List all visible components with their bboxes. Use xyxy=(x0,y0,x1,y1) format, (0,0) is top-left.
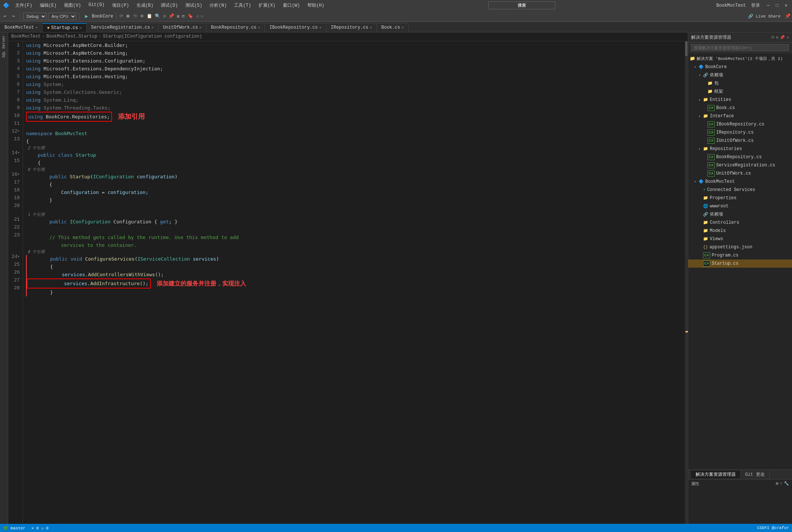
minimize-btn[interactable]: ─ xyxy=(765,3,771,9)
menu-item[interactable]: 视图(V) xyxy=(61,1,84,9)
app-container: 🔷 文件(F)编辑(E)视图(V)Git(G)项目(P)生成(B)调试(D)测试… xyxy=(0,0,792,532)
tree-item-dep1[interactable]: ▾ 🔗 依赖项 xyxy=(688,71,792,79)
tab-close-btn[interactable]: ✕ xyxy=(35,25,38,30)
tree-item-irepo[interactable]: C# IRepository.cs xyxy=(688,128,792,137)
editor-tab[interactable]: IBookRepository.cs✕ xyxy=(265,23,326,32)
line-number: 18 xyxy=(10,186,20,194)
tab-close-btn[interactable]: ✕ xyxy=(258,25,260,30)
menu-item[interactable]: Git(G) xyxy=(86,1,108,9)
tab-solution-explorer[interactable]: 解决方案资源管理器 xyxy=(691,471,741,478)
login-btn[interactable]: 登录 xyxy=(749,1,762,9)
editor-content[interactable]: 123456789101112▾1314▾1516▾17181920212223… xyxy=(8,41,688,524)
editor-tab[interactable]: UnitOfWork.cs✕ xyxy=(159,23,207,32)
tree-item-servicereg[interactable]: C# ServiceRegistration.cs xyxy=(688,161,792,169)
tree-item-properties[interactable]: 📁 Properties xyxy=(688,194,792,202)
right-panel-bottom-tabs: 解决方案资源管理器 Git 更改 xyxy=(688,469,792,479)
editor-tab[interactable]: ServiceRegistration.cs✕ xyxy=(87,23,159,32)
editor-tab[interactable]: IRepository.cs✕ xyxy=(326,23,377,32)
scroll-indicator[interactable] xyxy=(685,41,688,524)
run-btn[interactable]: ▶ xyxy=(83,12,90,20)
scroll-thumb[interactable] xyxy=(685,41,687,56)
tab-close-btn[interactable]: ✕ xyxy=(370,25,372,30)
debug-mode-dropdown[interactable]: Debug xyxy=(23,13,47,20)
tree-item-frameworks[interactable]: 📁 框架 xyxy=(688,87,792,96)
code-editor[interactable]: using Microsoft.AspNetCore.Builder;using… xyxy=(23,41,685,524)
tree-item-wwwroot[interactable]: 🌐 wwwroot xyxy=(688,202,792,210)
tree-item-entities[interactable]: ▸ 📁 Entities xyxy=(688,96,792,104)
solution-sync-btn[interactable]: ⟳ xyxy=(771,35,775,40)
prop-sort-icon[interactable]: ↕ xyxy=(780,481,782,487)
solution-close-btn[interactable]: ✕ xyxy=(786,35,789,40)
tree-item-bookrepofile[interactable]: C# BookRepository.cs xyxy=(688,153,792,161)
tree-item-bookmvctest[interactable]: ▾ 🔷 BookMvcTest xyxy=(688,178,792,186)
menu-item[interactable]: 调试(D) xyxy=(158,1,181,9)
editor-tab[interactable]: Book.cs✕ xyxy=(377,23,409,32)
menu-item[interactable]: 编辑(E) xyxy=(37,1,60,9)
tab-git-changes[interactable]: Git 更改 xyxy=(741,471,770,478)
solution-props-btn[interactable]: ⚙ xyxy=(776,35,779,40)
menu-item[interactable]: 扩展(X) xyxy=(256,1,279,9)
tree-item-appsettings[interactable]: {} appsettings.json xyxy=(688,243,792,251)
tab-close-btn[interactable]: ✕ xyxy=(319,25,322,30)
menu-item[interactable]: 帮助(H) xyxy=(304,1,328,9)
tree-item-ibookrepo[interactable]: C# IBookRepository.cs xyxy=(688,120,792,128)
tab-close-btn[interactable]: ✕ xyxy=(79,26,82,30)
close-btn[interactable]: ✕ xyxy=(783,3,789,9)
tree-item-unitofwork[interactable]: C# UnitOfWork.cs xyxy=(688,169,792,178)
toolbar-pin[interactable]: 📌 xyxy=(785,13,791,19)
editor-tab[interactable]: ●Startup.cs✕ xyxy=(42,23,86,32)
tree-item-models[interactable]: 📁 Models xyxy=(688,227,792,235)
tree-arrow[interactable]: ▸ xyxy=(699,147,703,151)
tree-item-packages[interactable]: 📁 包 xyxy=(688,79,792,87)
tree-arrow[interactable]: ▾ xyxy=(694,179,699,184)
tab-close-btn[interactable]: ✕ xyxy=(199,25,202,30)
tree-item-dep2[interactable]: 🔗 依赖项 xyxy=(688,210,792,219)
menu-item[interactable]: 工具(T) xyxy=(231,1,254,9)
solution-pin-btn[interactable]: 📌 xyxy=(780,35,785,40)
collapse-btn[interactable]: ▾ xyxy=(17,149,20,157)
tree-item-repositories[interactable]: ▸ 📁 Repositories xyxy=(688,145,792,153)
live-share-btn[interactable]: 🔗 Live Share xyxy=(745,13,783,19)
editor-tab[interactable]: BookRepository.cs✕ xyxy=(207,23,265,32)
tree-item-programcs[interactable]: C# Program.cs xyxy=(688,251,792,259)
tree-item-startupcs[interactable]: C# Startup.cs xyxy=(688,259,792,268)
tree-item-views[interactable]: 📁 Views xyxy=(688,235,792,243)
tab-close-btn[interactable]: ✕ xyxy=(151,25,154,30)
menu-item[interactable]: 分析(N) xyxy=(207,1,230,9)
platform-dropdown[interactable]: Any CPU xyxy=(48,13,76,20)
tab-close-btn[interactable]: ✕ xyxy=(402,25,404,30)
tree-arrow[interactable]: ▾ xyxy=(699,73,703,77)
tree-item-bookcs[interactable]: C# Book.cs xyxy=(688,104,792,112)
toolbar-redo[interactable]: ↪ xyxy=(10,13,17,19)
tree-item-controllers[interactable]: 📁 Controllers xyxy=(688,219,792,227)
breadcrumb-project[interactable]: BookMvcTest xyxy=(11,34,41,39)
prop-wrench-icon[interactable]: 🔧 xyxy=(784,481,789,487)
tree-item-connectedsvc[interactable]: ⚡ Connected Services xyxy=(688,186,792,194)
tree-arrow[interactable]: ▸ xyxy=(699,98,703,102)
server-explorer-icon[interactable]: SQL Server xyxy=(1,34,7,59)
menu-item[interactable]: 窗口(W) xyxy=(280,1,303,9)
collapse-btn[interactable]: ▾ xyxy=(17,253,20,261)
search-input[interactable]: 搜索 xyxy=(488,1,555,9)
menu-item[interactable]: 生成(B) xyxy=(134,1,157,9)
solution-root[interactable]: 📁解决方案 'BookMvcTest'(2 个项目，共 2) xyxy=(688,55,792,63)
tree-arrow[interactable]: ▸ xyxy=(699,114,703,118)
prop-grid-icon[interactable]: ⊞ xyxy=(776,481,779,487)
editor-tab[interactable]: BookMvcTest✕ xyxy=(0,23,42,32)
collapse-btn[interactable]: ▾ xyxy=(17,127,20,135)
breadcrumb-method[interactable]: Startup(IConfiguration configuration) xyxy=(103,34,202,39)
collapse-btn[interactable]: ▾ xyxy=(17,171,20,178)
solution-search-input[interactable] xyxy=(691,44,789,51)
callout-annotation-2: 添加建立的服务并注册，实现注入 xyxy=(157,280,246,287)
tree-item-iunitofwork[interactable]: C# IUnitOfWork.cs xyxy=(688,137,792,145)
maximize-btn[interactable]: □ xyxy=(774,3,780,9)
toolbar-undo[interactable]: ↩ xyxy=(1,13,9,19)
tree-item-bookcoreproject[interactable]: ▾ 🔷 BookCore xyxy=(688,63,792,71)
line-number xyxy=(10,239,20,247)
tree-arrow[interactable]: ▾ xyxy=(694,65,699,69)
menu-item[interactable]: 文件(F) xyxy=(12,1,35,9)
menu-item[interactable]: 测试(S) xyxy=(182,1,205,9)
tree-item-interface[interactable]: ▸ 📁 Interface xyxy=(688,112,792,120)
breadcrumb-file[interactable]: BookMvcTest.Startup xyxy=(46,34,97,39)
menu-item[interactable]: 项目(P) xyxy=(109,1,132,9)
